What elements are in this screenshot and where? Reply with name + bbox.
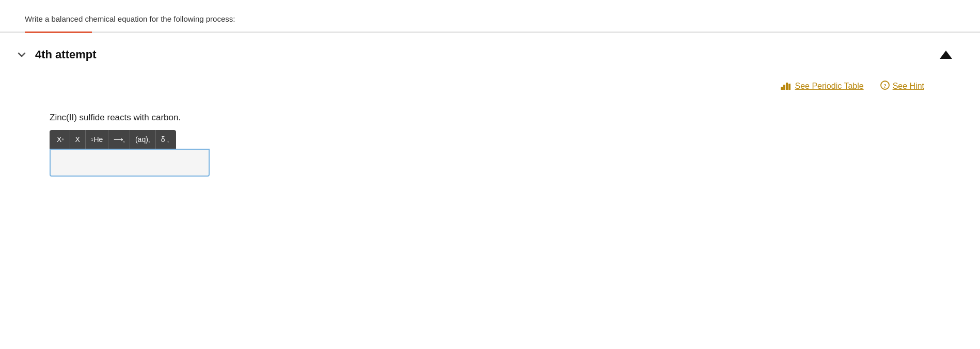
equation-toolbar: X+ X 1He ⟶, (aq), δ ,: [50, 130, 176, 149]
periodic-table-link[interactable]: See Periodic Table: [781, 81, 864, 92]
delta-button[interactable]: δ ,: [156, 130, 175, 149]
svg-rect-3: [788, 84, 791, 90]
instruction-label: Write a balanced chemical equation for t…: [25, 14, 235, 23]
hint-link[interactable]: ? See Hint: [880, 81, 924, 92]
superscript-button[interactable]: X+: [52, 130, 70, 149]
question-block: Zinc(II) sulfide reacts with carbon. X+ …: [25, 113, 955, 177]
periodic-table-icon: [781, 81, 792, 92]
instruction-text: Write a balanced chemical equation for t…: [0, 0, 980, 31]
subscript-button[interactable]: X: [70, 130, 86, 149]
svg-rect-0: [781, 87, 783, 90]
svg-rect-2: [786, 83, 788, 90]
arrow-button[interactable]: ⟶,: [108, 130, 130, 149]
hint-icon: ?: [880, 81, 890, 92]
hint-label: See Hint: [893, 82, 924, 91]
attempt-left: 4th attempt: [17, 48, 97, 61]
element-symbol-button[interactable]: 1He: [86, 130, 108, 149]
attempt-header: 4th attempt: [0, 33, 980, 72]
aqueous-button[interactable]: (aq),: [130, 130, 156, 149]
answer-input[interactable]: [50, 149, 210, 177]
page-wrapper: Write a balanced chemical equation for t…: [0, 0, 980, 349]
question-text: Zinc(II) sulfide reacts with carbon.: [50, 113, 955, 123]
divider-bar: [0, 31, 980, 33]
svg-text:?: ?: [883, 83, 887, 89]
arrow-up-icon: [940, 51, 952, 59]
divider-accent: [25, 31, 92, 33]
svg-rect-1: [783, 85, 785, 90]
content-area: See Periodic Table ? See Hint Zinc(II) s…: [0, 72, 980, 193]
periodic-table-label: See Periodic Table: [795, 82, 864, 91]
attempt-title: 4th attempt: [35, 48, 97, 61]
links-row: See Periodic Table ? See Hint: [25, 81, 955, 92]
scroll-up-button[interactable]: [937, 45, 955, 64]
collapse-chevron[interactable]: [17, 50, 27, 60]
